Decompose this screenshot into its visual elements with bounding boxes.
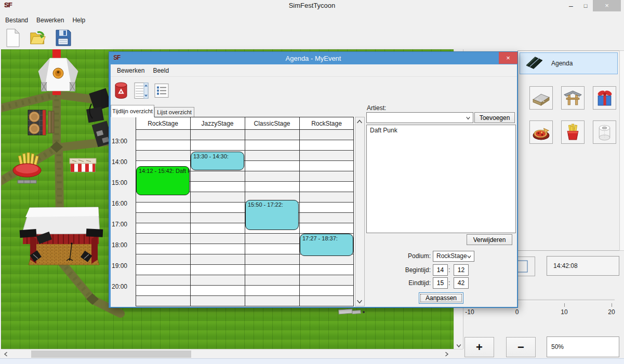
menu-item-bestand[interactable]: Bestand — [1, 15, 32, 25]
end-time-label: Eindtijd: — [390, 279, 431, 287]
agenda-dialog: SF Agenda - MyEvent × BewerkenBeeld Tijd… — [109, 51, 518, 308]
dialog-close-button[interactable]: × — [499, 52, 517, 64]
time-separator: : — [448, 266, 450, 274]
sidebar-item-agenda[interactable]: Agenda — [520, 52, 618, 74]
scroll-right-icon[interactable] — [442, 350, 450, 358]
dialog-menu-item-beeld[interactable]: Beeld — [149, 65, 173, 76]
new-document-icon — [5, 28, 21, 48]
game-clock: 14:42:08 — [547, 256, 619, 276]
shop-item-button-toilet-paper[interactable] — [593, 120, 616, 144]
dialog-menubar: BewerkenBeeld — [111, 64, 517, 77]
schedule-scrollbar[interactable] — [355, 117, 365, 306]
open-folder-icon — [30, 28, 46, 48]
podium-label: Podium: — [390, 252, 431, 260]
artist-listbox[interactable]: Daft Punk — [366, 125, 516, 233]
dialog-menu-item-bewerken[interactable]: Bewerken — [113, 65, 149, 76]
agenda-icon-slot — [520, 55, 544, 73]
schedule-event[interactable]: 14:12 - 15:42: Daft Punk — [136, 166, 190, 195]
toilet-paper-icon — [595, 123, 614, 142]
dialog-toolbar — [111, 78, 517, 103]
zoom-in-button[interactable]: + — [464, 337, 494, 357]
shop-item-button-gift[interactable] — [593, 86, 616, 110]
main-titlebar: SF SimFestTycoon – □ × — [0, 0, 624, 11]
map-fries-stand — [13, 153, 41, 183]
delete-icon — [114, 82, 128, 100]
remove-artist-button[interactable]: Verwijderen — [467, 234, 512, 245]
schedule-layer: 13:30 - 14:30:14:12 - 15:42: Daft Punk15… — [111, 117, 365, 306]
sidebar-item-label: Agenda — [551, 60, 573, 67]
podium-combobox-value: RockStage — [436, 252, 467, 260]
artist-label: Artiest: — [367, 104, 386, 112]
slider-tick — [564, 303, 565, 307]
apply-button[interactable]: Aanpassen — [419, 292, 463, 304]
build-tools-group — [517, 50, 620, 251]
maximize-button[interactable]: □ — [578, 0, 593, 11]
artist-list-item[interactable]: Daft Punk — [369, 126, 513, 134]
scrollbar-thumb[interactable] — [31, 350, 191, 358]
podium-combobox[interactable]: RockStage — [433, 251, 474, 262]
save-icon — [55, 28, 71, 48]
scroll-down-icon[interactable] — [355, 297, 364, 305]
schedule-grid: 13:0014:0015:0016:0017:0018:0019:0020:00… — [111, 117, 365, 306]
map-striped-stand — [70, 158, 96, 172]
begin-hour-input[interactable] — [433, 264, 448, 276]
dialog-toolbar-button-delete-icon[interactable] — [113, 80, 129, 101]
slider-tick-label: 20 — [608, 308, 615, 316]
grid-column-line — [190, 117, 191, 306]
map-stage — [20, 207, 103, 265]
timeline-view-icon — [134, 82, 149, 100]
main-menubar: BestandBewerkenHelp — [0, 14, 624, 26]
menu-item-help[interactable]: Help — [68, 15, 89, 25]
map-horizontal-scrollbar[interactable] — [1, 349, 463, 358]
slider-tick — [612, 303, 612, 307]
gift-icon — [595, 88, 614, 107]
slider-tick-label: -10 — [465, 308, 474, 316]
scroll-down-icon[interactable] — [455, 341, 463, 349]
toolbar-button-new-document-icon[interactable] — [3, 27, 23, 49]
sidebar-scrollbar[interactable] — [619, 50, 624, 251]
schedule-event[interactable]: 17:27 - 18:37: — [300, 234, 353, 256]
map-burger-stand — [28, 110, 54, 135]
chevron-down-icon — [467, 254, 472, 259]
dialog-toolbar-button-list-view-icon[interactable] — [153, 80, 170, 101]
shop-item-button-pizza[interactable] — [529, 120, 553, 144]
toolbar-button-open-folder-icon[interactable] — [28, 27, 48, 49]
end-hour-input[interactable] — [433, 277, 448, 289]
dialog-title: Agenda - MyEvent — [109, 55, 517, 62]
end-minute-input[interactable] — [454, 277, 469, 289]
grid-column-line — [353, 117, 354, 306]
dialog-body: BewerkenBeeld Tijdlijn overzichtLijst ov… — [111, 64, 517, 307]
grid-column-line — [136, 117, 136, 306]
pizza-icon — [532, 123, 551, 142]
agenda-book-icon — [524, 55, 544, 71]
map-bench — [339, 309, 365, 314]
minimize-button[interactable]: – — [564, 0, 578, 11]
scroll-up-icon[interactable] — [355, 118, 364, 126]
grid-column-line — [299, 117, 300, 306]
menu-item-bewerken[interactable]: Bewerken — [32, 15, 68, 25]
zoom-out-button[interactable]: − — [506, 337, 536, 357]
status-bar — [0, 358, 624, 364]
list-view-icon — [154, 82, 169, 100]
fries-icon — [563, 123, 582, 142]
scroll-left-icon[interactable] — [2, 350, 10, 358]
shop-item-button-fries[interactable] — [561, 120, 585, 144]
slider-tick-label: 10 — [561, 308, 567, 316]
road-tile-icon — [532, 88, 551, 107]
artist-combobox[interactable] — [366, 112, 473, 123]
shop-item-button-gate[interactable] — [561, 86, 585, 110]
tab-lijst-overzicht[interactable]: Lijst overzicht — [154, 107, 194, 117]
zoom-level-display: 50% — [547, 336, 619, 357]
schedule-event[interactable]: 13:30 - 14:30: — [191, 152, 244, 170]
main-toolbar — [0, 26, 457, 49]
dialog-toolbar-button-timeline-view-icon[interactable] — [133, 80, 150, 101]
schedule-event[interactable]: 15:50 - 17:22: — [245, 200, 299, 230]
toolbar-button-save-icon[interactable] — [53, 27, 73, 49]
begin-minute-input[interactable] — [454, 264, 469, 276]
close-button[interactable]: × — [593, 0, 621, 11]
dialog-tabs: Tijdlijn overzichtLijst overzicht — [111, 105, 318, 117]
tab-tijdlijn-overzicht[interactable]: Tijdlijn overzicht — [111, 105, 154, 117]
add-artist-button[interactable]: Toevoegen — [474, 112, 515, 123]
gate-icon — [563, 88, 582, 107]
shop-item-button-road-tile[interactable] — [529, 86, 553, 110]
